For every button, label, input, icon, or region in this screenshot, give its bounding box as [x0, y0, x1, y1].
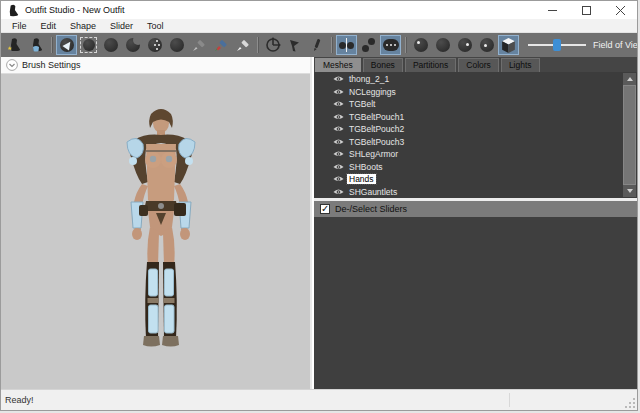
mesh-list-item[interactable]: TGBelt — [314, 98, 637, 111]
titlebar[interactable]: Outfit Studio - New Outfit — [1, 1, 637, 19]
alpha-brush-button[interactable] — [232, 35, 253, 55]
mesh-list-item[interactable]: SHBoots — [314, 161, 637, 174]
left-column: Brush Settings — [1, 57, 312, 389]
resize-grip-icon[interactable] — [625, 398, 635, 408]
mesh-list-item[interactable]: TGBeltPouch2 — [314, 123, 637, 136]
panel-tabs: MeshesBonesPartitionsColorsLights — [314, 57, 637, 72]
mesh-list[interactable]: thong_2_1 NCLeggings TGBelt TGBeltPouch1… — [314, 72, 637, 198]
visibility-eye-icon[interactable] — [333, 88, 344, 96]
toolbar-separator — [405, 37, 406, 53]
brush-settings-label: Brush Settings — [22, 60, 81, 70]
pin-tool-icon — [287, 38, 302, 53]
mesh-name: NCLeggings — [347, 87, 398, 97]
vertex-pen-icon — [310, 38, 324, 52]
transform-tool-icon — [265, 37, 281, 53]
tab-colors[interactable]: Colors — [458, 58, 499, 72]
mesh-list-scrollbar[interactable] — [623, 73, 636, 197]
toggle-vertex-split-icon — [339, 38, 354, 52]
transform-tool-button[interactable] — [262, 35, 283, 55]
toggle-edge-pair-icon — [361, 38, 376, 52]
toggle-edge-pair-button[interactable] — [358, 35, 379, 55]
window-title: Outfit Studio - New Outfit — [25, 5, 125, 15]
mesh-list-item[interactable]: NCLeggings — [314, 86, 637, 99]
sliders-area[interactable] — [314, 217, 637, 389]
pin-tool-button[interactable] — [284, 35, 305, 55]
field-of-view-slider[interactable] — [528, 38, 586, 52]
visibility-eye-icon[interactable] — [333, 138, 344, 146]
light-frontal-button[interactable] — [410, 35, 431, 55]
character-model[interactable] — [93, 104, 229, 349]
mesh-name: SHBoots — [347, 162, 385, 172]
tab-lights[interactable]: Lights — [501, 58, 540, 72]
toggle-vertices-button[interactable] — [380, 35, 401, 55]
sliders-header[interactable]: De-/Select Sliders — [314, 201, 637, 217]
light-directional-3-button[interactable] — [476, 35, 497, 55]
move-brush-button[interactable] — [144, 35, 165, 55]
light-directional-2-icon — [458, 38, 472, 52]
minimize-icon[interactable] — [535, 1, 569, 19]
close-icon[interactable] — [603, 1, 637, 19]
visibility-eye-icon[interactable] — [333, 175, 344, 183]
mesh-list-item[interactable]: thong_2_1 — [314, 73, 637, 86]
tab-partitions[interactable]: Partitions — [405, 58, 456, 72]
inflate-brush-icon — [104, 38, 118, 52]
viewport-3d[interactable] — [1, 74, 310, 389]
menu-item-tool[interactable]: Tool — [140, 19, 171, 33]
status-divider — [509, 393, 510, 407]
weight-paint-brush-icon — [191, 38, 206, 53]
color-paint-brush-icon — [213, 38, 228, 53]
visibility-eye-icon[interactable] — [333, 125, 344, 133]
mesh-name: SHLegArmor — [347, 149, 400, 159]
mesh-list-item[interactable]: Hands — [314, 173, 637, 186]
mesh-name: Hands — [347, 174, 376, 184]
menu-item-slider[interactable]: Slider — [103, 19, 140, 33]
brush-settings-header[interactable]: Brush Settings — [1, 57, 310, 74]
visibility-eye-icon[interactable] — [333, 113, 344, 121]
maximize-icon[interactable] — [569, 1, 603, 19]
toolbar-separator — [331, 37, 332, 53]
toolbar: Field of View:65 — [1, 33, 637, 57]
mesh-name: TGBeltPouch1 — [347, 112, 406, 122]
smooth-brush-button[interactable] — [166, 35, 187, 55]
visibility-eye-icon[interactable] — [333, 163, 344, 171]
color-paint-brush-button[interactable] — [210, 35, 231, 55]
visibility-eye-icon[interactable] — [333, 75, 344, 83]
mesh-list-item[interactable]: SHGauntlets — [314, 186, 637, 199]
select-tool-icon — [60, 38, 74, 52]
light-directional-2-button[interactable] — [454, 35, 475, 55]
perspective-cube-button[interactable] — [498, 35, 519, 55]
scroll-down-icon[interactable] — [623, 185, 636, 197]
mesh-name: TGBeltPouch2 — [347, 124, 406, 134]
deflate-brush-button[interactable] — [122, 35, 143, 55]
visibility-eye-icon[interactable] — [333, 150, 344, 158]
mesh-name: TGBelt — [347, 99, 377, 109]
mask-brush-button[interactable] — [78, 35, 99, 55]
visibility-eye-icon[interactable] — [333, 188, 344, 196]
slider-thumb[interactable] — [553, 39, 561, 51]
mesh-list-item[interactable]: TGBeltPouch1 — [314, 111, 637, 124]
load-project-button[interactable] — [4, 35, 25, 55]
vertex-pen-button[interactable] — [306, 35, 327, 55]
mesh-list-item[interactable]: TGBeltPouch3 — [314, 136, 637, 149]
tab-meshes[interactable]: Meshes — [315, 58, 361, 72]
deselect-sliders-label: De-/Select Sliders — [335, 204, 407, 214]
menu-item-shape[interactable]: Shape — [63, 19, 103, 33]
weight-paint-brush-button[interactable] — [188, 35, 209, 55]
deselect-sliders-checkbox[interactable] — [320, 204, 330, 214]
light-directional-1-button[interactable] — [432, 35, 453, 55]
select-tool-button[interactable] — [56, 35, 77, 55]
visibility-eye-icon[interactable] — [333, 100, 344, 108]
scroll-up-icon[interactable] — [623, 73, 636, 85]
scrollbar-thumb[interactable] — [623, 85, 636, 185]
menu-item-file[interactable]: File — [5, 19, 34, 33]
light-directional-3-icon — [480, 38, 494, 52]
mesh-list-item[interactable]: SHLegArmor — [314, 148, 637, 161]
menu-item-edit[interactable]: Edit — [34, 19, 64, 33]
status-text: Ready! — [1, 395, 34, 405]
save-project-button[interactable] — [26, 35, 47, 55]
inflate-brush-button[interactable] — [100, 35, 121, 55]
tab-bones[interactable]: Bones — [363, 58, 403, 72]
toggle-vertex-split-button[interactable] — [336, 35, 357, 55]
light-directional-1-icon — [436, 38, 450, 52]
collapse-chevron-icon[interactable] — [6, 59, 18, 71]
